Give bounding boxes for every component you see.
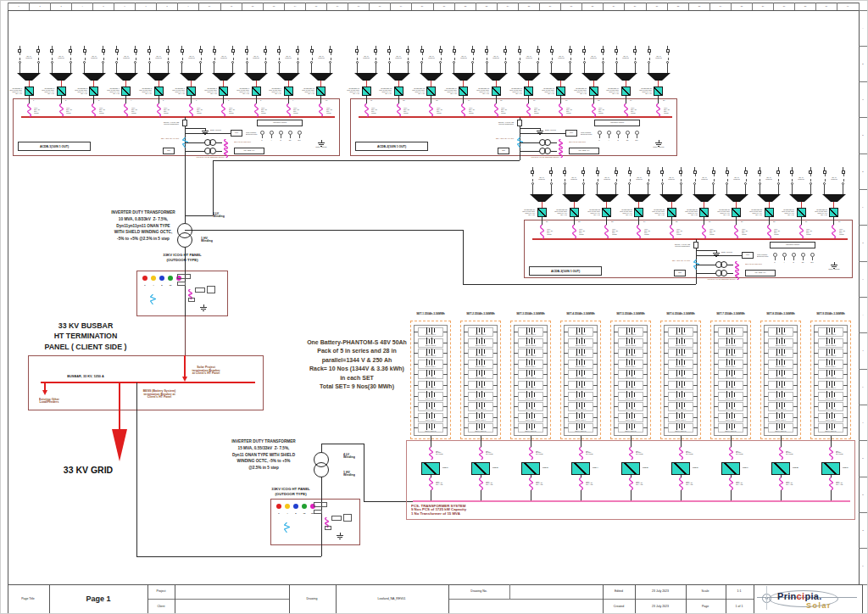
- wire: [793, 364, 798, 365]
- battery-plate: [782, 327, 782, 334]
- breaker-icon: [557, 146, 565, 156]
- battery-plate: [779, 339, 780, 343]
- wire-dashed: [603, 53, 604, 60]
- wire: [793, 396, 798, 397]
- battery-rack: [818, 381, 843, 390]
- wire: [859, 261, 867, 262]
- breaker-icon: [186, 287, 194, 298]
- wire: [181, 64, 182, 73]
- battery-plate: [676, 402, 677, 409]
- battery-rack: [568, 402, 593, 411]
- battery-plate: [732, 402, 732, 409]
- wire: [464, 332, 468, 332]
- battery-rack: [618, 423, 643, 433]
- inverter-box: [797, 208, 806, 217]
- wire: [843, 343, 848, 343]
- battery-plate: [676, 338, 677, 344]
- busbar-joint: [60, 116, 63, 119]
- wire: [837, 3, 837, 10]
- wire: [859, 548, 867, 549]
- icog2-label: 33KV ICOG HT PANEL (OUTDOOR TYPE): [206, 487, 376, 497]
- battery-plate: [481, 412, 482, 419]
- wire: [693, 353, 698, 354]
- wire: [643, 385, 648, 386]
- battery-plate: [726, 412, 727, 419]
- pcs-box: [571, 462, 590, 475]
- battery-plate: [634, 349, 635, 354]
- wire: [629, 185, 630, 194]
- battery-plate: [729, 403, 730, 407]
- combiner-funnel: [276, 73, 300, 81]
- battery-plate: [584, 403, 585, 407]
- indicator-lamp: [607, 131, 611, 135]
- wire: [593, 81, 594, 87]
- wire: [433, 3, 434, 10]
- pcs-box: [471, 462, 490, 475]
- battery-plate: [629, 371, 630, 375]
- wire: [398, 81, 399, 87]
- logo-compass-vline: [766, 586, 767, 610]
- wire-dashed: [792, 174, 793, 181]
- wire: [631, 436, 632, 447]
- pcs-box: [821, 462, 840, 475]
- battery-plate: [832, 391, 832, 398]
- breaker-icon: [677, 447, 685, 460]
- indicator-lamp: [260, 131, 264, 135]
- wire: [812, 257, 813, 260]
- wire: [614, 353, 618, 354]
- wire: [793, 427, 798, 428]
- battery-plate: [576, 327, 577, 334]
- scale-value: 1:1: [737, 589, 742, 593]
- wire: [185, 151, 205, 152]
- battery-rack: [518, 392, 543, 401]
- battery-plate: [529, 371, 530, 375]
- battery-plate: [426, 412, 427, 419]
- battery-plate: [734, 382, 735, 386]
- wire-dashed: [583, 174, 584, 181]
- wire: [764, 396, 768, 397]
- wire: [125, 96, 126, 103]
- wire: [70, 64, 71, 73]
- battery-plate: [832, 338, 832, 344]
- wire: [262, 135, 263, 138]
- wire: [643, 417, 648, 418]
- indicator-lamp: [616, 131, 620, 135]
- wire: [726, 185, 727, 194]
- breaker-icon: [635, 225, 643, 239]
- wire: [398, 96, 399, 103]
- wire: [667, 64, 668, 73]
- battery-plate: [576, 370, 577, 377]
- breaker-icon: [323, 516, 331, 526]
- battery-plate: [732, 327, 732, 334]
- wire: [564, 396, 568, 397]
- wire: [93, 81, 94, 87]
- wire: [514, 343, 518, 343]
- battery-rack: [518, 327, 543, 337]
- wire: [714, 427, 718, 428]
- wire: [203, 310, 205, 311]
- wire-dashed: [760, 174, 760, 181]
- wire: [311, 64, 312, 73]
- battery-rack: [418, 360, 443, 369]
- wire: [715, 256, 718, 257]
- wire: [320, 146, 323, 147]
- wire: [793, 406, 798, 407]
- wire: [743, 417, 748, 418]
- battery-plate: [481, 338, 482, 344]
- battery-rack: [568, 338, 593, 348]
- battery-plate: [784, 424, 785, 428]
- battery-plate: [726, 327, 727, 334]
- wire: [693, 385, 698, 386]
- wire: [593, 96, 594, 103]
- battery-rack: [518, 349, 543, 358]
- client-panel-title: 33 KV BUSBAR HT TERMINATION PANEL ( CLIE…: [1, 321, 170, 352]
- wire: [764, 374, 768, 375]
- wire-dashed: [648, 174, 649, 181]
- battery-plate: [782, 402, 782, 409]
- battery-rack: [718, 327, 743, 337]
- battery-plate: [834, 328, 835, 332]
- wire: [443, 417, 448, 418]
- battery-plate: [676, 370, 677, 377]
- battery-rack: [518, 402, 543, 411]
- wire: [116, 64, 117, 73]
